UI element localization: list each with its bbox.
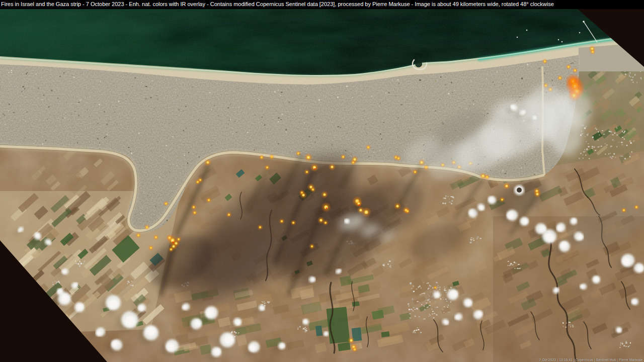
satellite-image [0, 9, 644, 362]
image-grain [0, 9, 644, 362]
title-bar: Fires in Israel and the Gaza strip - 7 O… [0, 0, 644, 9]
image-caption: Fires in Israel and the Gaza strip - 7 O… [1, 1, 554, 7]
attribution-watermark: 7 Oct 2023 | 13:16:41 | Copernicus | Sen… [539, 358, 642, 361]
screenshot: Fires in Israel and the Gaza strip - 7 O… [0, 0, 644, 362]
